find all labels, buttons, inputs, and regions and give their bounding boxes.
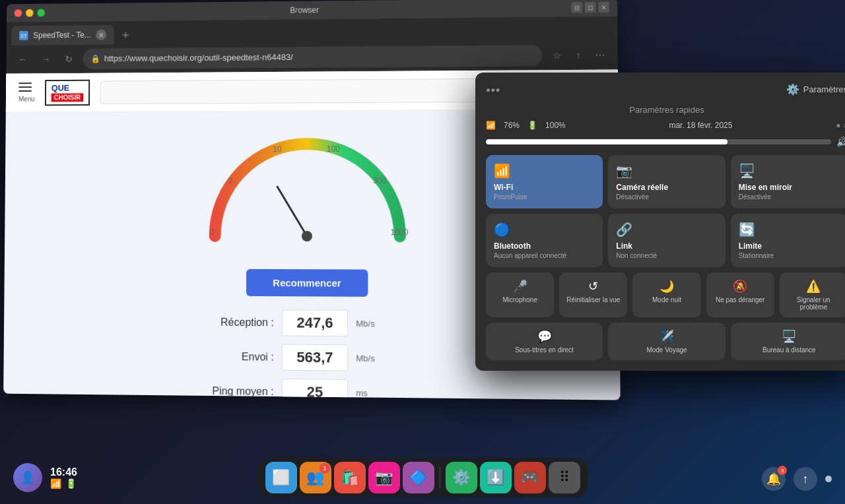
wifi-percent: 76% xyxy=(504,121,520,130)
window-dots xyxy=(15,9,45,17)
brightness-slider[interactable] xyxy=(486,139,831,144)
share-button[interactable]: ↑ xyxy=(794,467,817,491)
link-tile-icon: 🔗 xyxy=(616,222,717,237)
wifi-tile-title: Wi-Fi xyxy=(494,183,595,192)
reception-value: 247,6 xyxy=(282,309,348,336)
app5-icon: 🔷 xyxy=(409,469,427,486)
taskbar-app-1[interactable]: ⬜ xyxy=(265,462,297,493)
remote-icon: 🖥️ xyxy=(782,329,796,344)
taskbar-app-grid[interactable]: ⠿ xyxy=(549,462,580,493)
taskbar-app-shop[interactable]: 🛍️ xyxy=(334,462,366,493)
svg-text:10: 10 xyxy=(273,144,282,154)
brightness-fill xyxy=(486,139,727,144)
minimize-dot[interactable] xyxy=(26,9,34,17)
taskbar-app-settings[interactable]: ⚙️ xyxy=(446,462,477,493)
battery-percent: 100% xyxy=(545,121,566,130)
app1-icon: ⬜ xyxy=(272,469,290,486)
browser-tab[interactable]: ST SpeedTest - Te... ✕ xyxy=(11,25,114,46)
dnd-label: Ne pas déranger xyxy=(716,296,765,303)
report-label: Signaler un problème xyxy=(784,296,844,311)
taskbar: ⬜ 👥 3 🛍️ 📷 🔷 ⚙️ ⬇️ 🎮 ⠿ xyxy=(0,451,845,504)
tab-close-button[interactable]: ✕ xyxy=(96,30,106,40)
reception-row: Réception : 247,6 Mb/s xyxy=(188,309,426,337)
taskbar-app-camera[interactable]: 📷 xyxy=(368,462,400,493)
svg-point-7 xyxy=(302,231,312,241)
taskbar-app-5[interactable]: 🔷 xyxy=(403,462,434,493)
reload-button[interactable]: ↻ xyxy=(60,49,78,68)
menu-button[interactable]: Menu xyxy=(18,82,34,103)
brightness-row: 🔊 xyxy=(486,137,845,147)
lock-icon: 🔒 xyxy=(90,54,100,63)
mirror-tile[interactable]: 🖥️ Mise en miroir Désactivée xyxy=(731,155,845,208)
camera-app-icon: 📷 xyxy=(375,469,393,486)
remote-desktop-tile[interactable]: 🖥️ Bureau à distance xyxy=(731,323,845,360)
taskbar-app-downloads[interactable]: ⬇️ xyxy=(480,462,512,493)
close-dot[interactable] xyxy=(15,9,22,17)
svg-text:3: 3 xyxy=(228,176,233,185)
travel-mode-tile[interactable]: ✈️ Mode Voyage xyxy=(608,323,725,360)
battery-status-icon: 🔋 xyxy=(527,121,537,130)
more-icon[interactable]: ⋯ xyxy=(591,46,610,64)
site-search[interactable] xyxy=(100,78,479,104)
user-avatar[interactable]: 👤 xyxy=(13,463,42,492)
minimize-button[interactable]: ⊟ xyxy=(571,2,582,13)
back-button[interactable]: ← xyxy=(14,50,32,69)
envoi-label: Envoi : xyxy=(188,350,273,363)
forward-button[interactable]: → xyxy=(37,49,55,68)
avatar-emoji: 👤 xyxy=(20,470,35,485)
contacts-badge: 3 xyxy=(320,463,330,474)
envoi-value: 563,7 xyxy=(282,344,348,371)
site-logo: QUE CHOISIR xyxy=(45,79,90,106)
qs-tiles-grid: 📶 Wi-Fi PrismPulse 📷 Caméra réelle Désac… xyxy=(486,155,845,267)
envoi-row: Envoi : 563,7 Mb/s xyxy=(188,343,426,371)
maximize-dot[interactable] xyxy=(37,9,45,17)
volume-icon[interactable]: 🔊 xyxy=(836,137,845,147)
close-button[interactable]: ✕ xyxy=(598,2,609,13)
reset-icon: ↺ xyxy=(588,279,598,294)
wifi-tile[interactable]: 📶 Wi-Fi PrismPulse xyxy=(486,155,603,208)
share-icon[interactable]: ↑ xyxy=(569,46,588,64)
bluetooth-tile-subtitle: Aucun appareil connecté xyxy=(494,252,595,259)
taskbar-divider xyxy=(440,467,440,488)
svg-text:300: 300 xyxy=(373,176,387,185)
maximize-button[interactable]: ⊡ xyxy=(585,2,596,13)
bookmark-icon[interactable]: ☆ xyxy=(547,46,566,64)
limit-tile[interactable]: 🔄 Limite Stationnaire xyxy=(731,214,845,267)
reset-view-tile[interactable]: ↺ Réinitialiser la vue xyxy=(559,272,627,317)
wifi-tile-subtitle: PrismPulse xyxy=(494,193,595,201)
grid-icon: ⠿ xyxy=(559,469,570,486)
microphone-tile[interactable]: 🎤 Microphone xyxy=(486,272,554,317)
svg-text:100: 100 xyxy=(327,144,340,154)
date-display: mar. 18 févr. 2025 xyxy=(574,121,828,130)
new-tab-button[interactable]: + xyxy=(116,26,134,45)
settings-app-icon: ⚙️ xyxy=(452,469,470,486)
tab-title: SpeedTest - Te... xyxy=(33,30,90,40)
browser-title: Browser xyxy=(50,3,566,18)
microphone-icon: 🎤 xyxy=(513,279,527,294)
quick-settings-panel: ●●● ⚙️ Paramètres Paramètres rapides 📶 7… xyxy=(475,73,845,371)
subtitles-label: Sous-titres en direct xyxy=(515,346,574,354)
url-bar[interactable]: 🔒 https://www.quechoisir.org/outil-speed… xyxy=(83,45,542,69)
bluetooth-tile-icon: 🔵 xyxy=(494,222,595,237)
night-mode-tile[interactable]: 🌙 Mode nuit xyxy=(632,272,700,317)
limit-tile-subtitle: Stationnaire xyxy=(739,252,840,259)
wifi-status: 📶 xyxy=(50,478,61,489)
qs-settings-label: Paramètres xyxy=(803,84,845,94)
subtitles-tile[interactable]: 💬 Sous-titres en direct xyxy=(486,323,603,360)
qs-settings-button[interactable]: ⚙️ Paramètres xyxy=(786,83,845,96)
report-tile[interactable]: ⚠️ Signaler un problème xyxy=(780,272,845,317)
dnd-tile[interactable]: 🔕 Ne pas déranger xyxy=(706,272,774,317)
svg-text:1000: 1000 xyxy=(391,228,409,237)
camera-tile[interactable]: 📷 Caméra réelle Désactivée xyxy=(608,155,725,208)
restart-button[interactable]: Recommencer xyxy=(246,269,368,297)
qs-title-text: Paramètres rapides xyxy=(629,105,704,115)
stats-grid: Réception : 247,6 Mb/s Envoi : 563,7 Mb/… xyxy=(188,309,427,400)
taskbar-app-gaming[interactable]: 🎮 xyxy=(514,462,546,493)
mirror-tile-icon: 🖥️ xyxy=(739,163,840,179)
speedometer-gauge: 0 3 10 100 300 1000 xyxy=(195,124,420,257)
bluetooth-tile[interactable]: 🔵 Bluetooth Aucun appareil connecté xyxy=(486,214,603,267)
link-tile[interactable]: 🔗 Link Non connecté xyxy=(608,214,725,267)
notification-button[interactable]: 🔔 3 xyxy=(762,467,786,491)
url-text: https://www.quechoisir.org/outil-speedte… xyxy=(104,52,293,63)
taskbar-app-contacts[interactable]: 👥 3 xyxy=(300,462,331,493)
